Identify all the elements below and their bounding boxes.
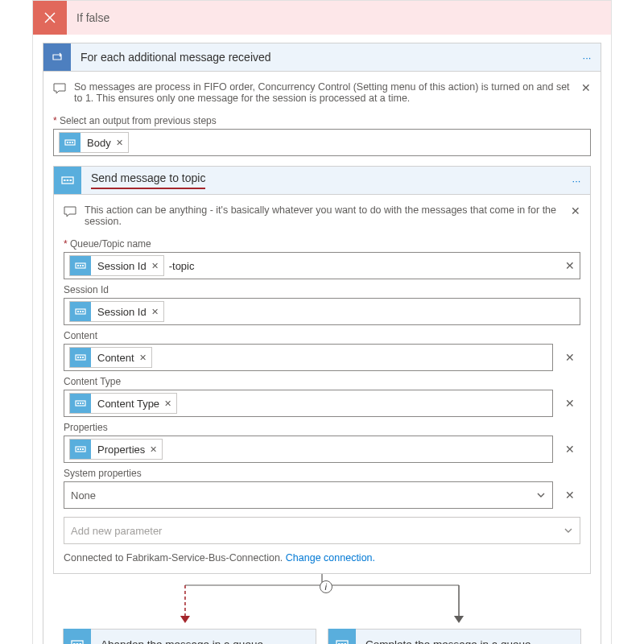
svg-rect-7 <box>70 180 72 181</box>
ctype-label: Content Type <box>64 376 580 387</box>
ctype-token[interactable]: Content Type ✕ <box>69 393 177 414</box>
svg-rect-3 <box>72 142 73 143</box>
foreach-note-text: So messages are process in FIFO order, C… <box>74 81 573 104</box>
sysprops-label: System properties <box>64 468 580 479</box>
svg-rect-25 <box>77 448 79 450</box>
send-header[interactable]: Send message to topic ··· <box>53 166 591 195</box>
branches-row: Abandon the message in a queue ··· Compl… <box>53 629 591 644</box>
output-input[interactable]: Body ✕ <box>53 129 591 156</box>
content-label: Content <box>64 330 580 341</box>
send-title: Send message to topic <box>81 171 563 189</box>
chevron-down-icon <box>536 490 546 500</box>
queue-sessionid-token[interactable]: Session Id ✕ <box>69 255 164 276</box>
svg-rect-5 <box>64 180 66 181</box>
body-token[interactable]: Body ✕ <box>59 132 129 153</box>
change-connection-link[interactable]: Change connection. <box>286 552 375 564</box>
svg-rect-23 <box>82 402 84 404</box>
sysprops-value: None <box>71 489 96 502</box>
foreach-note-row: So messages are process in FIFO order, C… <box>53 78 591 110</box>
content-token[interactable]: Content ✕ <box>69 347 152 368</box>
svg-rect-21 <box>77 402 79 404</box>
condition-false-container: If false For each additional message rec… <box>32 0 612 644</box>
queue-suffix: -topic <box>169 260 195 272</box>
svg-rect-1 <box>67 142 68 143</box>
sysprops-select[interactable]: None <box>64 481 553 509</box>
svg-rect-10 <box>80 265 81 266</box>
svg-rect-6 <box>67 180 69 181</box>
foreach-body: So messages are process in FIFO order, C… <box>43 72 601 644</box>
props-label: Properties <box>64 422 580 433</box>
add-parameter-select[interactable]: Add new parameter <box>64 517 580 544</box>
send-body: This action can be anything - it's basic… <box>53 195 591 574</box>
complete-action[interactable]: Complete the message in a queue ··· <box>328 629 581 644</box>
connection-info: Connected to Fabrikam-Service-Bus-Connec… <box>64 552 580 564</box>
servicebus-icon <box>64 629 91 644</box>
send-menu-button[interactable]: ··· <box>563 167 590 194</box>
ctype-input[interactable]: Content Type ✕ <box>64 390 553 417</box>
servicebus-icon <box>70 393 91 414</box>
dismiss-note-button[interactable]: ✕ <box>581 81 591 94</box>
chat-icon <box>64 206 76 217</box>
output-label: Select an output from previous steps <box>53 115 591 126</box>
complete-menu-button[interactable]: ··· <box>553 629 580 644</box>
svg-rect-22 <box>80 402 81 404</box>
if-false-body: For each additional message received ···… <box>33 35 611 644</box>
flow-info-button[interactable]: i <box>320 580 332 593</box>
svg-rect-13 <box>77 311 79 312</box>
svg-rect-26 <box>80 448 81 450</box>
dismiss-send-note-button[interactable]: ✕ <box>571 204 580 217</box>
queue-token-remove[interactable]: ✕ <box>151 261 163 271</box>
abandon-action[interactable]: Abandon the message in a queue ··· <box>63 629 316 644</box>
body-token-remove[interactable]: ✕ <box>116 138 128 148</box>
servicebus-icon <box>70 439 91 460</box>
send-note-row: This action can be anything - it's basic… <box>64 201 580 233</box>
session-token[interactable]: Session Id ✕ <box>69 301 164 322</box>
svg-rect-19 <box>82 357 84 358</box>
send-note-text: This action can be anything - it's basic… <box>85 204 563 227</box>
servicebus-icon <box>328 629 356 644</box>
props-token[interactable]: Properties ✕ <box>69 439 163 460</box>
foreach-menu-button[interactable]: ··· <box>573 43 601 71</box>
loop-icon <box>43 43 71 71</box>
chat-icon <box>53 83 66 94</box>
svg-rect-2 <box>69 142 71 143</box>
svg-rect-9 <box>77 265 79 266</box>
svg-rect-15 <box>82 311 84 312</box>
foreach-header[interactable]: For each additional message received ··· <box>43 43 601 72</box>
complete-title: Complete the message in a queue <box>356 638 553 645</box>
props-input[interactable]: Properties ✕ <box>64 436 553 463</box>
chevron-down-icon <box>564 526 573 535</box>
session-input[interactable]: Session Id ✕ <box>64 298 580 325</box>
session-token-remove[interactable]: ✕ <box>151 307 163 317</box>
if-false-title: If false <box>67 11 611 24</box>
session-label: Session Id <box>64 284 580 295</box>
abandon-title: Abandon the message in a queue <box>91 638 288 645</box>
ctype-remove-field-button[interactable]: ✕ <box>559 393 580 414</box>
servicebus-icon <box>70 301 91 322</box>
svg-rect-11 <box>82 265 84 266</box>
abandon-menu-button[interactable]: ··· <box>288 629 316 644</box>
props-remove-field-button[interactable]: ✕ <box>559 439 580 460</box>
close-icon <box>33 1 67 35</box>
flow-connector: i <box>53 574 591 629</box>
sysprops-remove-field-button[interactable]: ✕ <box>559 485 580 506</box>
content-token-remove[interactable]: ✕ <box>139 353 151 363</box>
queue-clear-button[interactable]: ✕ <box>565 259 575 272</box>
svg-rect-18 <box>80 357 81 358</box>
content-input[interactable]: Content ✕ <box>64 344 553 371</box>
queue-label: Queue/Topic name <box>64 238 580 250</box>
add-parameter-placeholder: Add new parameter <box>71 525 162 537</box>
servicebus-icon <box>70 347 91 368</box>
if-false-header: If false <box>33 1 611 35</box>
servicebus-icon <box>60 132 80 153</box>
body-token-label: Body <box>80 137 116 149</box>
svg-rect-17 <box>77 357 79 358</box>
content-remove-field-button[interactable]: ✕ <box>559 347 580 368</box>
queue-input[interactable]: Session Id ✕ -topic ✕ <box>64 252 580 279</box>
servicebus-icon <box>70 255 91 276</box>
servicebus-icon <box>54 167 81 194</box>
props-token-remove[interactable]: ✕ <box>150 444 162 455</box>
ctype-token-remove[interactable]: ✕ <box>164 398 176 409</box>
svg-rect-14 <box>80 311 81 312</box>
foreach-title: For each additional message received <box>71 51 573 64</box>
